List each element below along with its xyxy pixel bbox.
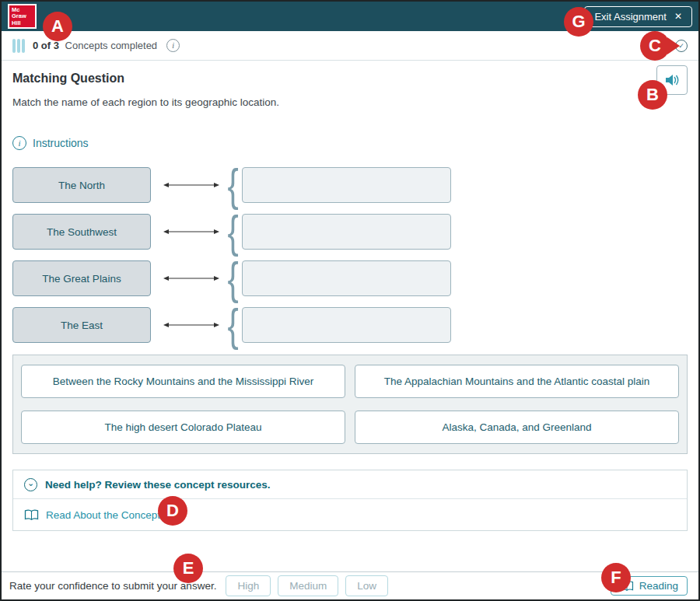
match-source-the-great-plains[interactable]: The Great Plains bbox=[12, 260, 151, 296]
brace-glyph: { bbox=[227, 307, 238, 343]
confidence-medium-button[interactable]: Medium bbox=[278, 575, 338, 596]
bank-option-4[interactable]: Alaska, Canada, and Greenland bbox=[355, 411, 679, 444]
answer-drop-zone-1[interactable] bbox=[242, 167, 451, 203]
confidence-low-button[interactable]: Low bbox=[345, 575, 388, 596]
info-icon[interactable]: i bbox=[166, 39, 180, 52]
progress-label: Concepts completed bbox=[65, 40, 158, 51]
brace-glyph: { bbox=[227, 214, 238, 250]
answer-drop-zone-3[interactable] bbox=[242, 260, 451, 296]
instructions-label: Instructions bbox=[33, 137, 89, 149]
brace-glyph: { bbox=[227, 167, 238, 203]
match-row: The Great Plains { bbox=[12, 260, 688, 296]
match-source-the-southwest[interactable]: The Southwest bbox=[12, 214, 151, 250]
annotation-pointer bbox=[667, 37, 680, 54]
brace-glyph: { bbox=[227, 260, 238, 296]
annotation-badge-b: B bbox=[638, 80, 667, 110]
smartbook-question-page: Mc Graw Hill Exit Assignment ✕ 0 of 3 Co… bbox=[0, 0, 700, 601]
info-icon: i bbox=[12, 136, 26, 150]
concept-resources-box: ⌄ Need help? Review these concept resour… bbox=[12, 470, 688, 531]
answer-bank: Between the Rocky Mountains and the Miss… bbox=[12, 355, 688, 454]
reading-label: Reading bbox=[639, 580, 678, 592]
question-type-title: Matching Question bbox=[12, 72, 688, 86]
bank-option-3[interactable]: The high desert Colorado Plateau bbox=[21, 411, 345, 444]
annotation-badge-f: F bbox=[601, 563, 631, 592]
annotation-badge-e: E bbox=[173, 554, 203, 583]
match-row: The Southwest { bbox=[12, 214, 688, 250]
progress-text: 0 of 3 Concepts completed bbox=[33, 40, 157, 51]
match-source-the-east[interactable]: The East bbox=[12, 307, 151, 343]
bank-option-1[interactable]: Between the Rocky Mountains and the Miss… bbox=[21, 365, 345, 398]
double-arrow-icon bbox=[163, 321, 219, 329]
question-prompt: Match the name of each region to its geo… bbox=[12, 96, 688, 108]
top-bar: Mc Graw Hill Exit Assignment ✕ bbox=[2, 2, 698, 31]
book-icon bbox=[24, 509, 39, 521]
answer-drop-zone-4[interactable] bbox=[242, 307, 451, 343]
match-source-the-north[interactable]: The North bbox=[12, 167, 151, 203]
confidence-footer: Rate your confidence to submit your answ… bbox=[2, 571, 698, 599]
logo-line: Hill bbox=[12, 20, 35, 26]
speaker-icon bbox=[664, 73, 680, 87]
progress-bar-row: 0 of 3 Concepts completed i ✓ bbox=[2, 31, 698, 61]
double-arrow-icon bbox=[163, 181, 219, 189]
question-panel: Matching Question Match the name of each… bbox=[2, 61, 698, 531]
exit-assignment-label: Exit Assignment bbox=[594, 11, 667, 23]
annotation-letter: C bbox=[649, 36, 661, 56]
annotation-badge-a: A bbox=[43, 12, 72, 41]
answer-drop-zone-2[interactable] bbox=[242, 214, 451, 250]
mcgraw-hill-logo[interactable]: Mc Graw Hill bbox=[8, 4, 37, 29]
matching-area: The North { The Southwest { The Great Pl… bbox=[12, 167, 688, 343]
read-about-concept-link[interactable]: Read About the Concept bbox=[46, 509, 160, 521]
exit-assignment-button[interactable]: Exit Assignment ✕ bbox=[584, 6, 692, 27]
progress-bars-icon bbox=[12, 39, 25, 53]
help-header-text: Need help? Review these concept resource… bbox=[45, 479, 271, 491]
confidence-high-button[interactable]: High bbox=[226, 575, 271, 596]
chevron-down-icon: ⌄ bbox=[24, 478, 37, 491]
help-resource-row: Read About the Concept bbox=[13, 499, 687, 530]
annotation-badge-d: D bbox=[158, 496, 187, 526]
annotation-badge-c: C bbox=[640, 31, 670, 61]
double-arrow-icon bbox=[163, 228, 219, 236]
bank-option-2[interactable]: The Appalachian Mountains and the Atlant… bbox=[355, 365, 679, 398]
match-row: The East { bbox=[12, 307, 688, 343]
progress-count: 0 of 3 bbox=[33, 40, 59, 51]
double-arrow-icon bbox=[163, 274, 219, 282]
annotation-badge-g: G bbox=[564, 7, 593, 37]
close-icon: ✕ bbox=[674, 11, 682, 22]
match-row: The North { bbox=[12, 167, 688, 203]
help-accordion-toggle[interactable]: ⌄ Need help? Review these concept resour… bbox=[13, 470, 687, 499]
instructions-link[interactable]: i Instructions bbox=[12, 136, 89, 150]
